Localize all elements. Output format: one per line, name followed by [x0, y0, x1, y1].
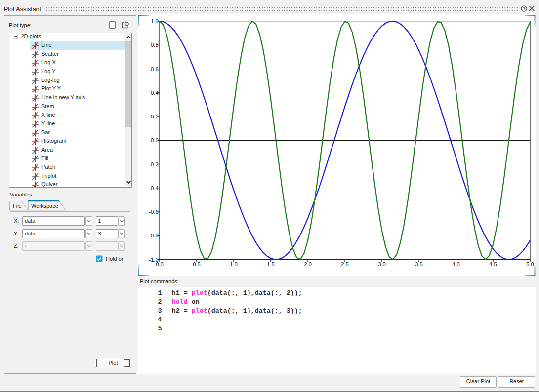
svg-text:3.5: 3.5 [415, 261, 423, 267]
svg-text:0.6: 0.6 [151, 66, 159, 72]
svg-text:5.0: 5.0 [526, 261, 534, 267]
svg-text:-0.2: -0.2 [149, 161, 158, 167]
svg-text:0.5: 0.5 [193, 261, 201, 267]
svg-text:1.5: 1.5 [267, 261, 275, 267]
svg-text:2.0: 2.0 [304, 261, 312, 267]
svg-text:?: ? [523, 6, 526, 11]
svg-text:0.0: 0.0 [151, 137, 159, 143]
svg-text:4.0: 4.0 [452, 261, 460, 267]
svg-text:3.0: 3.0 [378, 261, 386, 267]
svg-text:-0.6: -0.6 [149, 209, 158, 215]
svg-text:-0.8: -0.8 [149, 233, 158, 238]
svg-text:-0.4: -0.4 [149, 185, 158, 191]
svg-text:1.0: 1.0 [151, 18, 159, 24]
svg-text:0.2: 0.2 [151, 114, 159, 119]
svg-text:4.5: 4.5 [489, 261, 497, 267]
svg-text:0.0: 0.0 [156, 261, 164, 267]
svg-text:0.4: 0.4 [151, 90, 159, 96]
svg-text:0.8: 0.8 [151, 42, 159, 48]
svg-text:1.0: 1.0 [230, 261, 238, 267]
svg-text:2.5: 2.5 [341, 261, 349, 267]
